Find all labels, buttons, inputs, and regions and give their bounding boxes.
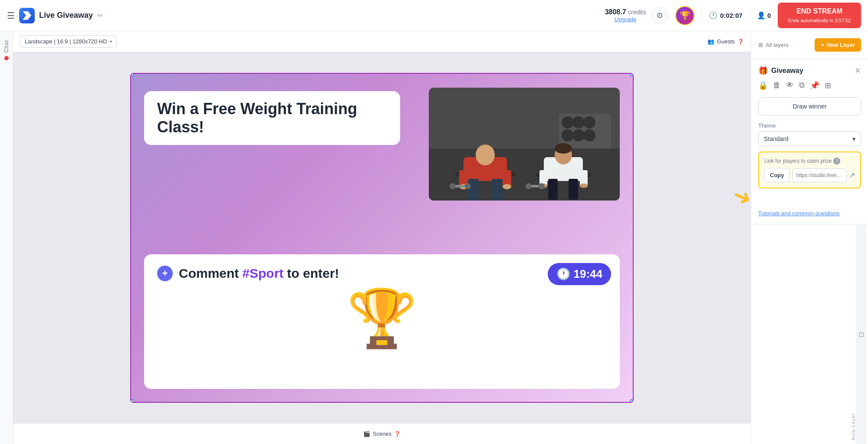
copy-link-button[interactable]: Copy	[764, 168, 790, 182]
trophy-container: 🏆	[157, 286, 607, 352]
avatar[interactable]: 🏆	[675, 6, 694, 25]
all-layers-label: All layers	[766, 42, 789, 48]
comment-suffix: to enter!	[287, 266, 339, 281]
sidebar-header: ⊞ All layers + New Layer	[751, 31, 868, 59]
hamburger-icon[interactable]: ☰	[7, 10, 15, 21]
theme-selector[interactable]: Standard ▾	[758, 132, 861, 146]
chat-notification-dot	[4, 56, 9, 60]
giveaway-title-text: Win a Free Weight Training Class!	[157, 100, 357, 136]
resolution-selector[interactable]: Landscape | 16:9 | 1280x720 HD ▾	[20, 35, 117, 48]
theme-label: Theme	[758, 122, 861, 129]
resolution-label: Landscape | 16:9 | 1280x720 HD	[25, 38, 107, 45]
credits-area: 3808.7 credits Upgrade	[605, 8, 646, 23]
giveaway-canvas[interactable]: Win a Free Weight Training Class!	[130, 73, 634, 403]
layer-collapse-icon[interactable]: ⊡	[858, 330, 864, 339]
svg-point-33	[539, 183, 545, 189]
resize-handle-tr[interactable]	[630, 73, 634, 76]
svg-point-28	[580, 184, 588, 188]
logo	[19, 8, 35, 23]
link-row: Copy https://studio.livereac ↗	[764, 168, 855, 182]
link-help-icon[interactable]: ?	[833, 158, 840, 164]
svg-rect-29	[548, 179, 558, 200]
header: ☰ Live Giveaway ✏ 3808.7 credits Upgrade…	[0, 0, 868, 31]
countdown-timer-badge: 🕐 19:44	[548, 263, 612, 285]
canvas-toolbar: Landscape | 16:9 | 1280x720 HD ▾ 👥 Guest…	[13, 31, 751, 52]
auto-layer-label: Auto Layer	[851, 224, 856, 444]
guests-button[interactable]: 👥 Guests ❓	[707, 38, 744, 45]
comment-box[interactable]: + Comment #Sport to enter! 🕐 19:44 🏆	[144, 254, 620, 389]
main-area: Chat Landscape | 16:9 | 1280x720 HD ▾ 👥 …	[0, 31, 868, 444]
users-icon: 👤	[757, 11, 766, 20]
header-right: ⚙ 🏆 🕐 0:02:07 👤 0 END STREAM Ends automa…	[651, 3, 861, 28]
lock-layer-button[interactable]: 🔒	[758, 81, 768, 90]
layer-name-row: 🎁 Giveaway ✕	[758, 66, 861, 76]
users-count: 0	[767, 12, 771, 19]
canvas-container[interactable]: Win a Free Weight Training Class!	[13, 52, 751, 423]
claim-prize-link-label: Link for players to claim prize ?	[764, 158, 855, 164]
svg-rect-30	[569, 179, 578, 200]
all-layers-button[interactable]: ⊞ All layers	[758, 42, 789, 48]
comment-word: Comment	[179, 266, 239, 281]
resize-handle-tl[interactable]	[130, 73, 134, 76]
svg-point-24	[555, 143, 572, 154]
plus-new-icon: +	[821, 42, 824, 48]
comment-hashtag: #Sport	[242, 266, 283, 281]
theme-value: Standard	[764, 135, 789, 142]
upgrade-link[interactable]: Upgrade	[605, 16, 646, 23]
canvas-area: Landscape | 16:9 | 1280x720 HD ▾ 👥 Guest…	[13, 31, 751, 444]
auto-layer-area: Auto Layer ⊡	[751, 224, 868, 444]
chat-label: Chat	[3, 40, 10, 53]
layer-actions: 🔒 🗑 👁 ⧉ 📌 ⊞	[758, 81, 861, 90]
external-link-icon[interactable]: ↗	[849, 171, 855, 179]
resize-handle-bl[interactable]	[130, 399, 134, 403]
timer-clock-icon: 🕐	[556, 267, 570, 281]
svg-point-8	[583, 129, 595, 141]
clock-icon: 🕐	[709, 11, 717, 20]
header-left: ☰ Live Giveaway ✏	[7, 8, 600, 23]
giveaway-layer-title: Giveaway	[771, 67, 855, 75]
auto-layer-sidebar: ⊡	[856, 224, 866, 444]
svg-point-11	[476, 145, 495, 165]
edit-title-icon[interactable]: ✏	[97, 11, 103, 20]
end-stream-button[interactable]: END STREAM Ends automatically in 3:57:52	[778, 3, 861, 28]
fitness-scene-svg	[429, 88, 620, 201]
new-layer-button[interactable]: + New Layer	[815, 38, 861, 52]
svg-point-32	[526, 183, 532, 189]
visibility-layer-button[interactable]: 👁	[786, 81, 794, 90]
pin-layer-button[interactable]: 📌	[810, 81, 819, 90]
timer-area: 🕐 0:02:07	[701, 11, 743, 20]
credits-label: credits	[628, 9, 646, 16]
stream-timer: 0:02:07	[720, 12, 743, 19]
giveaway-layer-icon: 🎁	[758, 66, 768, 76]
guests-label: Guests	[717, 38, 735, 45]
end-stream-label: END STREAM	[796, 7, 842, 15]
claim-prize-link-input[interactable]: https://studio.livereac	[792, 168, 847, 182]
guests-help-icon: ❓	[737, 39, 744, 45]
countdown-value: 19:44	[574, 267, 603, 281]
settings-button[interactable]: ⚙	[651, 7, 668, 24]
new-layer-label: New Layer	[827, 42, 855, 48]
comment-instruction: + Comment #Sport to enter!	[157, 266, 607, 281]
svg-point-3	[562, 116, 574, 128]
svg-point-7	[572, 129, 585, 141]
settings-layer-button[interactable]: ⊞	[825, 81, 831, 90]
svg-point-5	[583, 116, 595, 128]
credits-info: 3808.7 credits Upgrade	[605, 8, 646, 23]
fitness-scene	[429, 88, 620, 201]
scenes-bar[interactable]: 🎬 Scenes ❓	[13, 423, 751, 444]
delete-layer-button[interactable]: 🗑	[773, 81, 781, 90]
title-box[interactable]: Win a Free Weight Training Class!	[144, 91, 400, 145]
credits-amount: 3808.7	[605, 8, 626, 16]
svg-point-6	[562, 129, 574, 141]
close-panel-button[interactable]: ✕	[855, 66, 861, 76]
resize-handle-br[interactable]	[630, 399, 634, 403]
layer-panel: 🎁 Giveaway ✕ 🔒 🗑 👁 ⧉ 📌 ⊞ Draw winner The…	[751, 59, 868, 224]
plus-icon: +	[157, 266, 173, 281]
svg-point-4	[572, 116, 585, 128]
tutorials-link[interactable]: Tutorials and common questions	[758, 210, 839, 217]
theme-chevron-icon: ▾	[852, 135, 855, 142]
duplicate-layer-button[interactable]: ⧉	[799, 81, 805, 90]
right-sidebar: ⊞ All layers + New Layer 🎁 Giveaway ✕ 🔒 …	[751, 31, 868, 444]
draw-winner-button[interactable]: Draw winner	[758, 97, 861, 115]
trophy-emoji: 🏆	[347, 286, 417, 352]
